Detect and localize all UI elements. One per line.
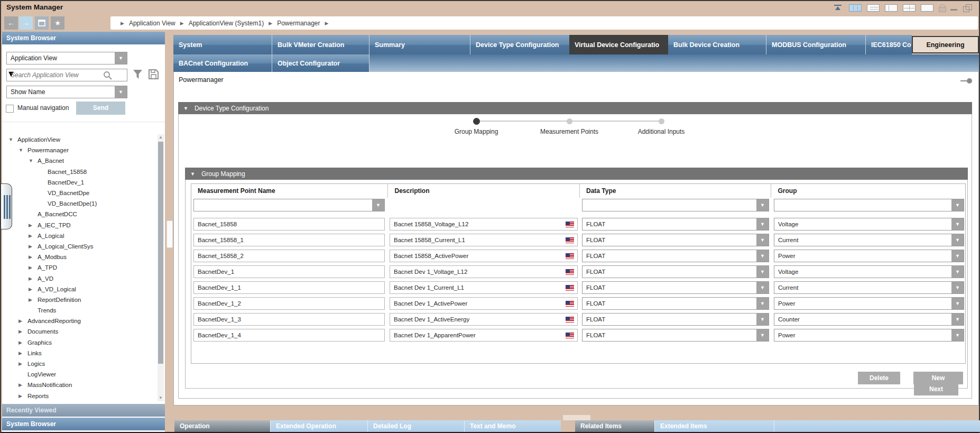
tab-detailed-log[interactable]: Detailed Log [367, 420, 464, 432]
pin-icon[interactable] [960, 78, 972, 84]
description-cell[interactable]: Bacnet 15858_Current_L1 [390, 234, 578, 246]
tree-item[interactable]: A_BacnetDCC [2, 209, 156, 219]
description-cell[interactable]: Bacnet Dev 1_Current_L1 [390, 281, 578, 294]
expand-icon[interactable]: ▼ [29, 158, 38, 163]
measurement-point-name-cell[interactable]: BacnetDev_1_2 [193, 297, 385, 310]
back-button[interactable]: ← [4, 16, 18, 30]
tree-item[interactable]: ▶A_TPD [2, 262, 156, 273]
step-dot-additional-inputs[interactable] [659, 118, 664, 124]
breadcrumb-item[interactable]: ApplicationView (System1) [189, 20, 264, 27]
lock-icon[interactable] [939, 4, 945, 12]
tree-item[interactable]: ▶ReportDefinition [2, 294, 156, 305]
tree-item[interactable]: Bacnet_15858 [2, 167, 156, 177]
tree-item[interactable]: BacnetDev_1 [2, 177, 156, 188]
save-icon[interactable] [148, 69, 159, 80]
column-header-data-type[interactable]: Data Type [579, 184, 771, 198]
tab-extended-items[interactable]: Extended Items [654, 420, 774, 432]
search-input[interactable] [7, 69, 101, 81]
layout-grid-icon[interactable] [903, 4, 916, 12]
column-header-group[interactable]: Group [771, 184, 965, 198]
expand-icon[interactable]: ▶ [19, 393, 27, 399]
data-type-select[interactable]: FLOAT▼ [582, 329, 769, 342]
expand-icon[interactable]: ▶ [29, 244, 38, 249]
layout-columns-icon[interactable] [849, 4, 862, 12]
minimize-icon[interactable] [950, 4, 958, 12]
expand-icon[interactable]: ▶ [19, 318, 27, 324]
restore-icon[interactable] [963, 4, 972, 12]
expand-icon[interactable]: ▶ [29, 254, 38, 260]
group-select[interactable]: Current▼ [774, 234, 964, 246]
tab-related-items[interactable]: Related Items [575, 420, 654, 432]
tab-bulk-vmeter-creation[interactable]: Bulk VMeter Creation [272, 35, 369, 54]
data-type-select[interactable]: FLOAT▼ [582, 250, 769, 262]
tab-bacnet-configuration[interactable]: BACnet Configuration [173, 54, 272, 72]
description-cell[interactable]: Bacnet 15858_ActivePower [390, 250, 578, 262]
data-type-select[interactable]: FLOAT▼ [582, 265, 769, 278]
tab-device-type-configuration[interactable]: Device Type Configuration [470, 35, 569, 54]
measurement-point-name-cell[interactable]: Bacnet_15858_1 [193, 234, 385, 246]
tree-item[interactable]: ▼ApplicationView [2, 134, 156, 145]
tab-iec61850-configuration[interactable]: IEC61850 Co [865, 35, 912, 54]
chevron-down-icon[interactable]: ▼ [115, 86, 127, 98]
tree-item[interactable]: VD_BacnetDpe(1) [2, 198, 156, 209]
description-cell[interactable]: Bacnet Dev 1_ApparentPower [390, 329, 578, 342]
description-cell[interactable]: Bacnet 15858_Voltage_L12 [390, 218, 578, 231]
data-type-select[interactable]: FLOAT▼ [582, 281, 769, 294]
name-filter-select[interactable]: ▼ [193, 199, 385, 211]
send-button[interactable]: Send [76, 102, 125, 115]
description-cell[interactable]: Bacnet Dev 1_ActivePower [390, 297, 578, 310]
tab-system[interactable]: System [173, 35, 272, 54]
tree-item[interactable]: ▶Links [2, 348, 156, 358]
expand-icon[interactable]: ▶ [29, 297, 38, 302]
tab-extended-operation[interactable]: Extended Operation [270, 420, 367, 432]
tree-item[interactable]: ▶MassNotification [2, 380, 156, 390]
tree-item[interactable]: ▶A_Logical_ClientSys [2, 241, 156, 252]
forward-button[interactable]: → [19, 16, 33, 30]
expand-icon[interactable]: ▶ [19, 361, 27, 366]
group-select[interactable]: Power▼ [774, 329, 964, 342]
tree-item[interactable]: ▶A_VD [2, 273, 156, 283]
group-select[interactable]: Voltage▼ [774, 265, 964, 278]
group-mapping-header[interactable]: ▼ Group Mapping [185, 168, 968, 180]
tab-modbus-configuration[interactable]: MODBUS Configuration [766, 35, 865, 54]
expand-icon[interactable]: ▶ [29, 276, 38, 281]
data-type-select[interactable]: FLOAT▼ [582, 234, 769, 246]
expand-icon[interactable]: ▶ [29, 223, 38, 228]
step-dot-group-mapping[interactable] [473, 118, 480, 125]
step-dot-measurement-points[interactable] [567, 118, 572, 124]
tab-operation[interactable]: Operation [174, 420, 270, 432]
tree-item[interactable]: LogViewer [2, 369, 156, 380]
measurement-point-name-cell[interactable]: BacnetDev_1_4 [193, 329, 385, 342]
tree-item[interactable]: ▶A_Logical [2, 231, 156, 241]
expand-icon[interactable]: ▼ [19, 148, 27, 153]
panel-splitter-handle[interactable] [167, 220, 173, 248]
column-header-description[interactable]: Description [387, 184, 579, 198]
description-cell[interactable]: Bacnet Dev 1_Voltage_L12 [390, 265, 578, 278]
next-button[interactable]: Next [914, 383, 958, 395]
chevron-down-icon[interactable]: ▼ [115, 52, 127, 64]
scrollbar-thumb[interactable] [158, 142, 163, 364]
device-type-configuration-header[interactable]: ▼ Device Type Configuration [178, 102, 972, 114]
tree-item[interactable]: ▶A_Modbus [2, 252, 156, 262]
tab-object-configurator[interactable]: Object Configurator [272, 54, 369, 72]
data-type-select[interactable]: FLOAT▼ [582, 218, 769, 231]
layout-rows-icon[interactable] [867, 4, 880, 12]
expand-icon[interactable]: ▶ [19, 329, 27, 334]
view-select[interactable]: Application View ▼ [6, 52, 127, 65]
manual-navigation-checkbox[interactable] [6, 105, 14, 113]
tab-virtual-device-configuration[interactable]: Virtual Device Configuratio [569, 35, 668, 54]
data-type-filter-select[interactable]: ▼ [582, 199, 769, 211]
expand-icon[interactable]: ▶ [29, 265, 38, 270]
tree-item[interactable]: Trends [2, 305, 156, 316]
delete-button[interactable]: Delete [858, 372, 900, 384]
layout-single-icon[interactable] [921, 4, 933, 12]
search-icon[interactable] [103, 71, 112, 80]
tab-summary[interactable]: Summary [369, 35, 470, 54]
expand-icon[interactable]: ▶ [19, 351, 27, 356]
tree-item[interactable]: ▶AdvancedReporting [2, 316, 156, 326]
measurement-point-name-cell[interactable]: Bacnet_15858_2 [193, 250, 385, 262]
group-select[interactable]: Counter▼ [774, 313, 964, 326]
tree-item[interactable]: ▶A_VD_Logical [2, 284, 156, 294]
expand-icon[interactable]: ▶ [19, 340, 27, 345]
tree-item[interactable]: ▶A_IEC_TPD [2, 220, 156, 231]
